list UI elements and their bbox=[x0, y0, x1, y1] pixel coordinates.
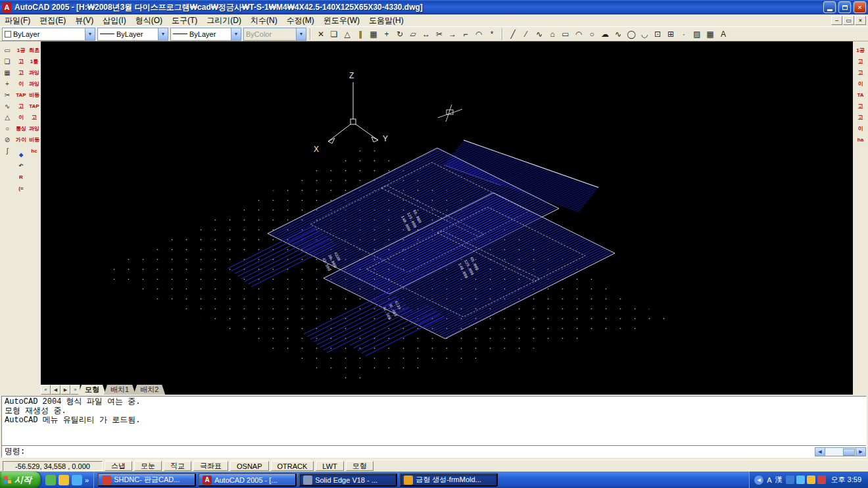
copy-icon[interactable]: ❏ bbox=[327, 28, 341, 41]
title-bar[interactable]: A AutoCAD 2005 - [H:₩2008년3월 다이스프로그램₩cad… bbox=[0, 0, 868, 14]
right-tool-button[interactable]: TA bbox=[854, 89, 867, 101]
close-button[interactable]: × bbox=[854, 1, 866, 13]
status-toggle-button[interactable]: 모형 bbox=[346, 461, 374, 471]
left-tool-icon[interactable]: ▦ bbox=[1, 67, 14, 78]
hatch-icon[interactable]: ▨ bbox=[690, 28, 704, 41]
layout-tab[interactable]: 배치1 bbox=[104, 385, 135, 395]
task-solidedge[interactable]: Solid Edge V18 - ... bbox=[299, 473, 397, 487]
mdi-close-button[interactable]: × bbox=[855, 16, 866, 25]
menu-item[interactable]: 도구(T) bbox=[167, 14, 202, 28]
polyline-icon[interactable]: ∿ bbox=[533, 28, 546, 41]
left-tool-button[interactable]: ↶ bbox=[15, 160, 28, 172]
left-tool-button[interactable]: 1틀 bbox=[28, 56, 41, 67]
rotate-icon[interactable]: ↻ bbox=[393, 28, 406, 41]
line-icon[interactable]: ╱ bbox=[506, 28, 519, 41]
left-tool-button[interactable]: 1공 bbox=[15, 45, 28, 56]
left-tool-button[interactable]: 이 bbox=[15, 112, 28, 123]
right-tool-button[interactable]: 이 bbox=[854, 123, 867, 134]
scrollbar-track[interactable] bbox=[825, 447, 856, 456]
left-tool-button[interactable]: 과잉 bbox=[28, 78, 41, 89]
point-icon[interactable]: ∙ bbox=[677, 28, 690, 41]
left-tool-button[interactable]: 고 bbox=[15, 56, 28, 67]
layout-tab[interactable]: 모형 bbox=[78, 385, 106, 395]
left-tool-button[interactable]: 고 bbox=[15, 101, 28, 112]
menu-item[interactable]: 파일(F) bbox=[0, 14, 35, 28]
menu-item[interactable]: 도움말(H) bbox=[364, 14, 408, 28]
status-toggle-button[interactable]: 직교 bbox=[164, 461, 191, 471]
quick-launch-overflow-icon[interactable]: » bbox=[85, 476, 89, 484]
left-tool-button[interactable]: TAP bbox=[28, 101, 41, 112]
table-icon[interactable]: ▦ bbox=[704, 28, 717, 41]
right-tool-button[interactable]: 고 bbox=[854, 56, 867, 67]
left-tool-icon[interactable]: ✂ bbox=[1, 89, 14, 101]
tab-nav-button[interactable]: « bbox=[41, 385, 51, 395]
left-tool-button[interactable]: 비둥 bbox=[28, 89, 41, 101]
menu-item[interactable]: 윈도우(W) bbox=[319, 14, 364, 28]
right-tool-button[interactable]: 고 bbox=[854, 67, 867, 78]
linetype-combo[interactable]: ByLayer ▼ bbox=[97, 28, 168, 41]
left-tool-button[interactable]: 최초 bbox=[28, 45, 41, 56]
construction-line-icon[interactable]: ⁄ bbox=[519, 28, 533, 41]
task-mold[interactable]: 금형 생성-frmMold... bbox=[399, 473, 498, 487]
language-indicator[interactable]: A bbox=[767, 476, 771, 484]
arc-icon[interactable]: ◠ bbox=[572, 28, 585, 41]
left-tool-button[interactable]: TAP bbox=[15, 89, 28, 101]
left-tool-icon[interactable]: ʃ bbox=[1, 145, 14, 157]
tray-icon[interactable] bbox=[807, 476, 815, 484]
command-history[interactable]: AutoCAD 2004 형식 파일 여는 중.모형 재생성 중.AutoCAD… bbox=[2, 397, 866, 446]
revcloud-icon[interactable]: ☁ bbox=[598, 28, 612, 41]
left-tool-icon[interactable]: ▭ bbox=[1, 45, 14, 56]
status-toggle-button[interactable]: OSNAP bbox=[230, 461, 269, 471]
chamfer-icon[interactable]: ⌐ bbox=[459, 28, 472, 41]
model-viewport[interactable]: 140.000 125.000 65.000 42.500 30.000 433… bbox=[41, 41, 853, 384]
stretch-icon[interactable]: ↔ bbox=[420, 28, 433, 41]
tab-nav-button[interactable]: ▶ bbox=[60, 385, 70, 395]
left-tool-button[interactable]: 가이 bbox=[15, 134, 28, 145]
left-tool-button[interactable]: 비둥 bbox=[28, 134, 41, 145]
menu-item[interactable]: 형식(O) bbox=[131, 14, 167, 28]
quick-launch-icon-1[interactable] bbox=[45, 475, 56, 485]
right-tool-button[interactable]: 1공 bbox=[854, 45, 867, 56]
mdi-restore-button[interactable]: ▭ bbox=[843, 16, 854, 25]
menu-item[interactable]: 뷰(V) bbox=[70, 14, 98, 28]
ime-indicator[interactable]: 漢 bbox=[775, 475, 783, 485]
start-button[interactable]: 시작 bbox=[0, 472, 41, 488]
extend-icon[interactable]: → bbox=[446, 28, 459, 41]
tab-nav-button[interactable]: ◀ bbox=[51, 385, 60, 395]
status-toggle-button[interactable]: OTRACK bbox=[271, 461, 314, 471]
drawing-canvas[interactable]: 140.000 125.000 65.000 42.500 30.000 433… bbox=[41, 41, 853, 384]
command-scrollbar[interactable]: ◀ ▶ bbox=[815, 447, 866, 456]
rectangle-icon[interactable]: ▭ bbox=[559, 28, 572, 41]
task-shdnc[interactable]: SHDNC- 판금CAD... bbox=[97, 473, 196, 487]
text-icon[interactable]: A bbox=[717, 28, 730, 41]
scroll-left-icon[interactable]: ◀ bbox=[815, 447, 825, 456]
menu-item[interactable]: 편집(E) bbox=[35, 14, 70, 28]
lineweight-combo[interactable]: ByLayer ▼ bbox=[170, 28, 241, 41]
scale-icon[interactable]: ▱ bbox=[406, 28, 420, 41]
right-tool-button[interactable]: 고 bbox=[854, 101, 867, 112]
left-tool-button[interactable]: ◆ bbox=[15, 149, 28, 160]
left-tool-button[interactable]: 이 bbox=[15, 78, 28, 89]
left-tool-button[interactable]: hc bbox=[28, 145, 41, 157]
scrollbar-thumb[interactable] bbox=[843, 449, 855, 456]
tray-icon[interactable] bbox=[796, 476, 805, 484]
menu-item[interactable]: 그리기(D) bbox=[202, 14, 246, 28]
status-toggle-button[interactable]: 극좌표 bbox=[193, 461, 228, 471]
quick-launch-icon-3[interactable] bbox=[72, 475, 82, 485]
layout-tab[interactable]: 배치2 bbox=[133, 385, 165, 395]
left-tool-icon[interactable]: ○ bbox=[1, 123, 14, 134]
left-tool-icon[interactable]: + bbox=[1, 78, 14, 89]
left-tool-button[interactable]: 고 bbox=[15, 67, 28, 78]
menu-item[interactable]: 수정(M) bbox=[282, 14, 319, 28]
spline-icon[interactable]: ∿ bbox=[612, 28, 625, 41]
ellipse-icon[interactable]: ◯ bbox=[625, 28, 638, 41]
command-prompt[interactable]: 명령: bbox=[5, 446, 25, 457]
menu-item[interactable]: 치수(N) bbox=[246, 14, 282, 28]
left-tool-button[interactable]: 과잉 bbox=[28, 67, 41, 78]
array-icon[interactable]: ▦ bbox=[367, 28, 380, 41]
left-tool-icon[interactable]: △ bbox=[1, 112, 14, 123]
tray-chevron-icon[interactable]: ◀ bbox=[754, 476, 763, 485]
task-autocad[interactable]: A AutoCAD 2005 - [... bbox=[198, 473, 297, 487]
ellipse-arc-icon[interactable]: ◡ bbox=[638, 28, 651, 41]
left-tool-button[interactable]: R bbox=[15, 172, 28, 183]
